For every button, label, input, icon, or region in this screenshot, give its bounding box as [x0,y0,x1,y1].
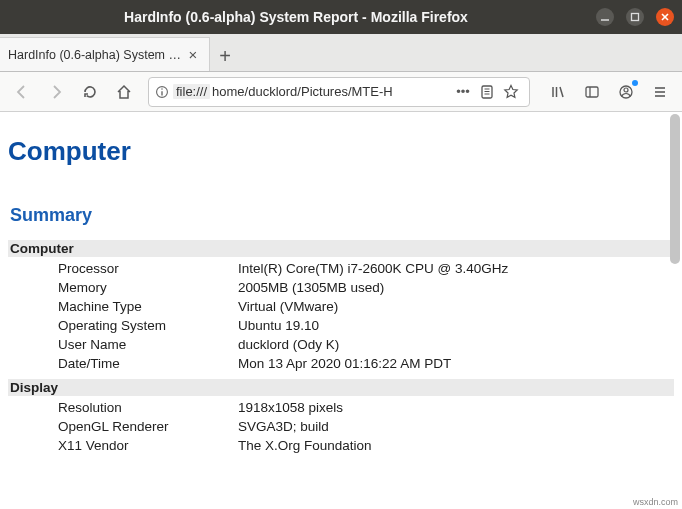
browser-tab[interactable]: HardInfo (0.6-alpha) System Report × [0,37,210,71]
info-key: Operating System [8,318,238,333]
window-maximize-button[interactable] [626,8,644,26]
info-key: Resolution [8,400,238,415]
window-title: HardInfo (0.6-alpha) System Report - Moz… [8,9,584,25]
forward-icon [48,84,64,100]
info-row: User Nameducklord (Ody K) [8,335,674,354]
home-button[interactable] [108,76,140,108]
info-value: The X.Org Foundation [238,438,674,453]
report-page: Computer Summary ComputerProcessorIntel(… [0,112,682,469]
window-close-button[interactable] [656,8,674,26]
back-icon [14,84,30,100]
info-key: Date/Time [8,356,238,371]
info-key: User Name [8,337,238,352]
maximize-icon [629,11,641,23]
back-button[interactable] [6,76,38,108]
svg-line-13 [560,87,563,97]
page-actions-button[interactable]: ••• [451,77,475,107]
info-key: X11 Vendor [8,438,238,453]
watermark: wsxdn.com [631,497,680,507]
page-title: Computer [8,136,674,167]
group-header: Display [8,379,674,396]
reload-icon [82,84,98,100]
hamburger-icon [652,84,668,100]
close-icon [659,11,671,23]
svg-rect-14 [586,87,598,97]
new-tab-button[interactable]: + [210,41,240,71]
info-key: Machine Type [8,299,238,314]
home-icon [116,84,132,100]
section-heading: Summary [10,205,674,226]
account-icon [618,84,634,100]
info-row: OpenGL RendererSVGA3D; build [8,417,674,436]
reader-icon [479,84,495,100]
page-viewport: Computer Summary ComputerProcessorIntel(… [0,112,682,509]
window-titlebar: HardInfo (0.6-alpha) System Report - Moz… [0,0,682,34]
minimize-icon [599,11,611,23]
sidebar-icon [584,84,600,100]
info-key: Memory [8,280,238,295]
info-row: Date/TimeMon 13 Apr 2020 01:16:22 AM PDT [8,354,674,373]
info-key: OpenGL Renderer [8,419,238,434]
vertical-scrollbar[interactable] [670,114,680,264]
reader-mode-button[interactable] [475,77,499,107]
info-value: ducklord (Ody K) [238,337,674,352]
tab-close-button[interactable]: × [185,47,201,63]
info-value: Ubuntu 19.10 [238,318,674,333]
info-value: SVGA3D; build [238,419,674,434]
window-minimize-button[interactable] [596,8,614,26]
svg-rect-1 [632,14,639,21]
app-menu-button[interactable] [644,76,676,108]
reload-button[interactable] [74,76,106,108]
svg-point-6 [161,88,163,90]
info-key: Processor [8,261,238,276]
tab-strip: HardInfo (0.6-alpha) System Report × + [0,34,682,72]
site-info-icon[interactable] [155,85,169,99]
info-row: X11 VendorThe X.Org Foundation [8,436,674,455]
navigation-toolbar: file:///home/ducklord/Pictures/MTE-H ••• [0,72,682,112]
notification-dot-icon [632,80,638,86]
url-text: file:///home/ducklord/Pictures/MTE-H [173,84,451,99]
url-scheme-badge: file:/// [173,84,210,99]
library-button[interactable] [542,76,574,108]
forward-button[interactable] [40,76,72,108]
info-row: Operating SystemUbuntu 19.10 [8,316,674,335]
star-icon [503,84,519,100]
info-row: Machine TypeVirtual (VMware) [8,297,674,316]
address-bar[interactable]: file:///home/ducklord/Pictures/MTE-H ••• [148,77,530,107]
tab-title: HardInfo (0.6-alpha) System Report [8,48,185,62]
account-button[interactable] [610,76,642,108]
info-value: Virtual (VMware) [238,299,674,314]
info-row: Memory2005MB (1305MB used) [8,278,674,297]
library-icon [550,84,566,100]
info-value: Mon 13 Apr 2020 01:16:22 AM PDT [238,356,674,371]
info-value: Intel(R) Core(TM) i7-2600K CPU @ 3.40GHz [238,261,674,276]
info-value: 2005MB (1305MB used) [238,280,674,295]
group-header: Computer [8,240,674,257]
info-row: ProcessorIntel(R) Core(TM) i7-2600K CPU … [8,259,674,278]
sidebars-button[interactable] [576,76,608,108]
bookmark-button[interactable] [499,77,523,107]
svg-point-17 [624,88,628,92]
info-value: 1918x1058 pixels [238,400,674,415]
info-row: Resolution1918x1058 pixels [8,398,674,417]
